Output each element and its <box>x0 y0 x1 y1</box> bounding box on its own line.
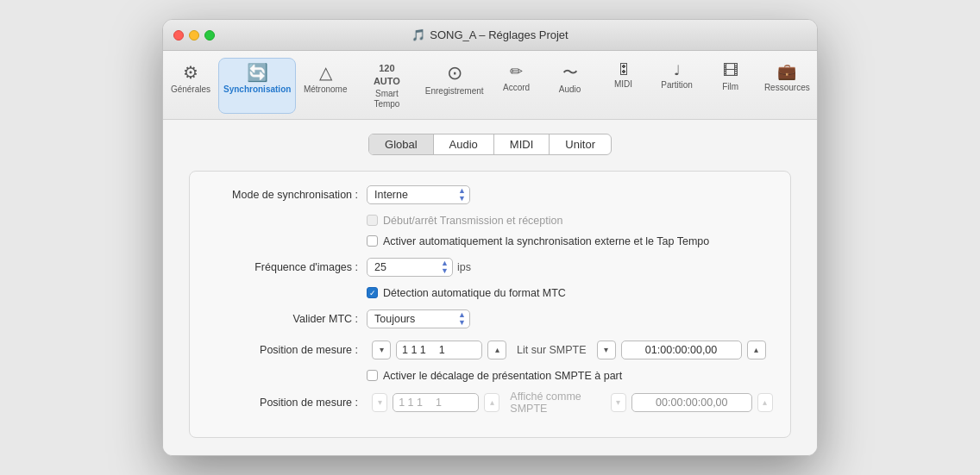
measure-down-arrow-1[interactable]: ▾ <box>372 341 391 359</box>
tab-midi[interactable]: MIDI <box>494 134 550 154</box>
tab-audio[interactable]: Audio <box>434 134 494 154</box>
toolbar-partition-label: Partition <box>661 80 693 91</box>
maximize-button[interactable] <box>204 30 215 41</box>
content-area: Global Audio MIDI Unitor Mode de synchro… <box>163 120 817 455</box>
decalage-label: Activer le décalage de présentation SMPT… <box>383 370 622 382</box>
sync-mode-row: Mode de synchronisation : Interne ▲▼ <box>207 184 773 206</box>
lit-sur-label: Lit sur SMPTE <box>517 344 587 356</box>
form-section: Mode de synchronisation : Interne ▲▼ Déb… <box>189 171 791 438</box>
toolbar-generales[interactable]: ⚙ Générales <box>163 58 218 114</box>
decalage-row: Activer le décalage de présentation SMPT… <box>367 370 773 382</box>
toolbar-smart-tempo[interactable]: 120AUTO Smart Tempo <box>355 58 419 114</box>
toolbar-midi-label: MIDI <box>614 79 632 90</box>
toolbar-partition[interactable]: ♩ Partition <box>650 58 704 114</box>
auto-sync-label: Activer automatiquement la synchronisati… <box>383 235 709 247</box>
audio-icon: 〜 <box>562 62 578 83</box>
smpte-up-arrow-2[interactable]: ▴ <box>757 393 773 412</box>
auto-sync-checkbox[interactable] <box>367 235 378 247</box>
smpte-field-1[interactable]: 01:00:00:00,00 <box>621 341 742 359</box>
toolbar-synchronisation-label: Synchronisation <box>223 84 291 95</box>
measure-pos-1-row: Position de mesure : ▾ 1 1 1 1 ▴ Lit sur… <box>207 339 773 361</box>
transmission-label: Début/arrêt Transmission et réception <box>383 215 562 227</box>
measure-pos-1-label: Position de mesure : <box>207 344 358 356</box>
gear-icon: ⚙ <box>183 62 198 83</box>
toolbar-enregistrement-label: Enregistrement <box>425 86 484 97</box>
frame-rate-row: Fréquence d'images : 25 ▲▼ ips <box>207 256 773 278</box>
main-window: 🎵 SONG_A – Réglages Projet ⚙ Générales 🔄… <box>162 19 818 456</box>
accord-icon: ✏ <box>510 62 523 81</box>
toolbar-audio[interactable]: 〜 Audio <box>543 58 597 114</box>
toolbar-generales-label: Générales <box>171 84 210 95</box>
tab-unitor[interactable]: Unitor <box>550 134 611 154</box>
measure-up-arrow-2[interactable]: ▴ <box>484 393 499 412</box>
frame-rate-select[interactable]: 25 <box>367 258 453 277</box>
tab-global[interactable]: Global <box>369 134 434 154</box>
sync-icon: 🔄 <box>247 62 268 83</box>
frame-rate-select-wrapper: 25 ▲▼ <box>367 258 453 277</box>
smpte-down-arrow-1[interactable]: ▾ <box>597 341 616 359</box>
auto-sync-row: Activer automatiquement la synchronisati… <box>367 235 773 247</box>
toolbar-accord[interactable]: ✏ Accord <box>490 58 543 114</box>
metronome-icon: △ <box>319 62 332 83</box>
transmission-checkbox[interactable] <box>367 215 378 226</box>
tab-row: Global Audio MIDI Unitor <box>189 134 791 155</box>
measure-down-arrow-2[interactable]: ▾ <box>372 393 387 412</box>
mtc-detect-label: Détection automatique du format MTC <box>383 287 566 299</box>
frame-rate-unit: ips <box>457 261 471 273</box>
measure-field-2: 1 1 1 1 <box>393 393 479 412</box>
toolbar-enregistrement[interactable]: ⊙ Enregistrement <box>419 58 490 114</box>
sync-mode-label: Mode de synchronisation : <box>207 189 358 201</box>
midi-icon: 🎛 <box>617 62 631 78</box>
toolbar-synchronisation[interactable]: 🔄 Synchronisation <box>218 58 296 114</box>
toolbar-metronome-label: Métronome <box>304 84 348 95</box>
window-title: 🎵 SONG_A – Réglages Projet <box>411 28 568 41</box>
partition-icon: ♩ <box>674 62 681 78</box>
toolbar: ⚙ Générales 🔄 Synchronisation △ Métronom… <box>163 51 817 120</box>
measure-field-1[interactable]: 1 1 1 1 <box>396 341 482 359</box>
smpte-up-arrow-1[interactable]: ▴ <box>747 341 766 359</box>
measure-up-arrow-1[interactable]: ▴ <box>487 341 506 359</box>
toolbar-midi[interactable]: 🎛 MIDI <box>597 58 650 114</box>
measure-pos-2-row: Position de mesure : ▾ 1 1 1 1 ▴ Affiché… <box>207 391 773 415</box>
film-icon: 🎞 <box>723 62 738 80</box>
window-icon: 🎵 <box>411 28 425 41</box>
toolbar-ressources[interactable]: 💼 Ressources <box>757 58 817 114</box>
sync-mode-select-wrapper: Interne ▲▼ <box>367 185 470 204</box>
traffic-lights <box>173 30 215 41</box>
smpte-down-arrow-2[interactable]: ▾ <box>611 393 626 412</box>
transmission-row: Début/arrêt Transmission et réception <box>367 215 773 227</box>
validate-mtc-select-wrapper: Toujours ▲▼ <box>367 309 470 328</box>
title-bar: 🎵 SONG_A – Réglages Projet <box>163 20 817 51</box>
validate-mtc-label: Valider MTC : <box>207 313 358 325</box>
toolbar-accord-label: Accord <box>503 83 530 93</box>
smpte-field-2: 00:00:00:00,00 <box>631 393 752 412</box>
sync-mode-select[interactable]: Interne <box>367 185 470 204</box>
minimize-button[interactable] <box>189 30 199 41</box>
toolbar-metronome[interactable]: △ Métronome <box>296 58 355 114</box>
record-icon: ⊙ <box>447 62 462 84</box>
toolbar-film[interactable]: 🎞 Film <box>704 58 757 114</box>
close-button[interactable] <box>173 30 184 41</box>
smart-tempo-icon: 120AUTO <box>374 62 400 87</box>
measure-pos-2-label: Position de mesure : <box>207 397 358 409</box>
validate-mtc-select[interactable]: Toujours <box>367 309 470 328</box>
ressources-icon: 💼 <box>777 62 796 81</box>
toolbar-ressources-label: Ressources <box>764 83 810 93</box>
mtc-detect-checkbox[interactable] <box>367 287 378 298</box>
affiche-comme-label: Affiché comme SMPTE <box>510 391 600 415</box>
toolbar-smart-tempo-label: Smart Tempo <box>366 89 408 109</box>
toolbar-film-label: Film <box>722 82 738 92</box>
mtc-detect-row: Détection automatique du format MTC <box>367 287 773 299</box>
tab-group: Global Audio MIDI Unitor <box>368 134 612 155</box>
decalage-checkbox[interactable] <box>367 370 378 381</box>
validate-mtc-row: Valider MTC : Toujours ▲▼ <box>207 308 773 330</box>
frame-rate-label: Fréquence d'images : <box>207 261 358 273</box>
toolbar-audio-label: Audio <box>559 84 581 95</box>
